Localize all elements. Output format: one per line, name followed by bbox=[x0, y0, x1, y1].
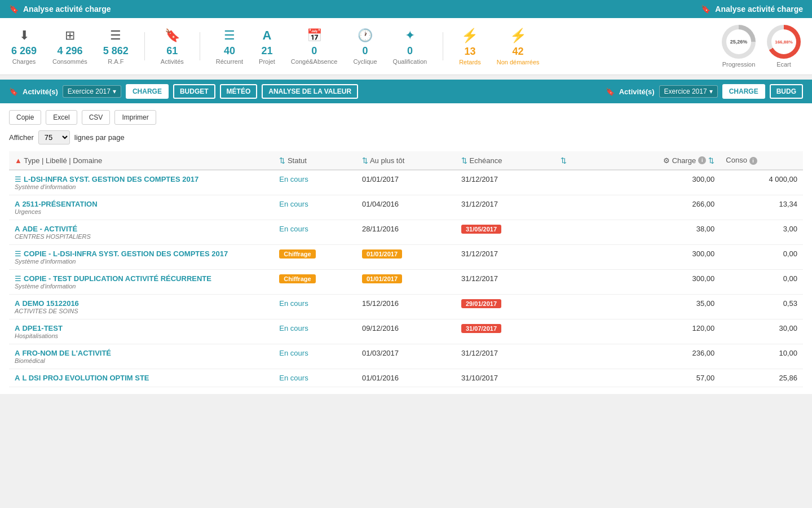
lines-per-page-select[interactable]: 75 25 50 100 bbox=[38, 130, 70, 144]
activity-name-link[interactable]: ADE - ACTIVITÉ bbox=[22, 225, 77, 233]
non-demarrees-value: 42 bbox=[513, 46, 524, 58]
date-au-plus: 28/11/2016 bbox=[362, 225, 399, 233]
status-label: En cours bbox=[279, 225, 308, 233]
exercice-dropdown-right[interactable]: Exercice 2017 ▾ bbox=[659, 85, 718, 98]
th-charge-label: Charge bbox=[672, 156, 696, 165]
tab-bar: 🔖 Activité(s) Exercice 2017 ▾ CHARGE BUD… bbox=[0, 80, 812, 103]
activity-domain: Hospitalisations bbox=[15, 332, 268, 339]
bookmark-stat-icon: 🔖 bbox=[165, 28, 180, 43]
table-row: ☰COPIE - TEST DUPLICATION ACTIVITÉ RÉCUR… bbox=[9, 270, 803, 295]
tab-meteo[interactable]: MÉTÉO bbox=[220, 84, 258, 99]
projet-value: 21 bbox=[261, 45, 272, 57]
projet-icon: A bbox=[263, 28, 272, 43]
stat-non-demarrees[interactable]: ⚡ 42 Non démarrées bbox=[497, 28, 540, 65]
top-bar-title-left: 🔖 Analyse activité charge bbox=[9, 5, 111, 14]
project-type-icon: A bbox=[15, 225, 20, 233]
tab-analyse[interactable]: ANALYSE DE LA VALEUR bbox=[262, 84, 358, 99]
projet-label: Projet bbox=[259, 58, 275, 65]
activity-name-link[interactable]: L DSI PROJ EVOLUTION OPTIM STE bbox=[22, 374, 149, 382]
conso-value: 0,00 bbox=[783, 249, 797, 258]
stat-qualification[interactable]: ✦ 0 Qualification bbox=[393, 28, 427, 65]
qualification-value: 0 bbox=[407, 45, 413, 57]
list-type-icon: ☰ bbox=[15, 175, 21, 183]
stat-conge[interactable]: 📅 0 Congé&Absence bbox=[291, 28, 338, 65]
th-au-plus-tot[interactable]: ⇅ Au plus tôt bbox=[356, 151, 456, 170]
th-charge[interactable]: ⚙ Charge i ⇅ bbox=[621, 151, 720, 170]
stat-activites[interactable]: 🔖 61 Activités bbox=[161, 28, 184, 65]
bookmark-icon-tabbar-right: 🔖 bbox=[606, 87, 615, 96]
stat-charges[interactable]: ⬇ 6 269 Charges bbox=[11, 28, 37, 65]
project-type-icon: A bbox=[15, 324, 20, 332]
activity-name-link[interactable]: DPE1-TEST bbox=[22, 324, 63, 332]
stat-consommes[interactable]: ⊞ 4 296 Consommés bbox=[52, 28, 87, 65]
date-echeance: 31/12/2017 bbox=[461, 349, 498, 357]
tab-charge-right[interactable]: CHARGE bbox=[722, 84, 765, 99]
gauge-progression: 25,26% Progression bbox=[722, 25, 756, 68]
gauge-progression-circle: 25,26% bbox=[722, 25, 756, 59]
status-label: En cours bbox=[279, 349, 308, 357]
table-row: ☰COPIE - L-DSI-INFRA SYST. GESTION DES C… bbox=[9, 245, 803, 270]
excel-button[interactable]: Excel bbox=[46, 110, 77, 125]
date-au-plus: 01/01/2016 bbox=[362, 374, 399, 382]
project-type-icon: A bbox=[15, 374, 20, 382]
chevron-down-icon: ▾ bbox=[113, 87, 116, 95]
tab-charge[interactable]: CHARGE bbox=[126, 84, 169, 99]
date-echeance: 31/10/2017 bbox=[461, 374, 498, 382]
list-type-icon: ☰ bbox=[15, 274, 21, 283]
th-empty[interactable]: ⇅ bbox=[555, 151, 621, 170]
lines-per-page-row: Afficher 75 25 50 100 lignes par page bbox=[9, 130, 803, 144]
conso-value: 30,00 bbox=[779, 324, 797, 332]
activites-value: 61 bbox=[166, 45, 178, 57]
content-area: Copie Excel CSV Imprimer Afficher 75 25 … bbox=[0, 103, 812, 394]
charge-value: 120,00 bbox=[692, 324, 715, 332]
th-echeance[interactable]: ⇅ Echéance bbox=[456, 151, 555, 170]
tab-budget[interactable]: BUDGET bbox=[173, 84, 215, 99]
activity-domain: Système d'information bbox=[15, 183, 268, 190]
gauge-progression-label: Progression bbox=[722, 61, 756, 68]
project-type-icon: A bbox=[15, 299, 20, 308]
activity-name-link[interactable]: FRO-NOM DE L'ACTIVITÉ bbox=[22, 349, 111, 357]
activity-name-link[interactable]: L-DSI-INFRA SYST. GESTION DES COMPTES 20… bbox=[24, 175, 198, 183]
th-type[interactable]: ▲ Type | Libellé | Domaine bbox=[9, 151, 273, 170]
app-title-left: Analyse activité charge bbox=[23, 5, 111, 14]
th-statut[interactable]: ⇅ Statut bbox=[273, 151, 356, 170]
th-conso[interactable]: Conso i bbox=[720, 151, 803, 170]
separator bbox=[0, 75, 812, 80]
charge-value: 300,00 bbox=[692, 274, 715, 283]
activity-name-link[interactable]: COPIE - L-DSI-INFRA SYST. GESTION DES CO… bbox=[24, 249, 228, 258]
gauge-ecart-value: 166,88% bbox=[771, 29, 796, 54]
divider-3 bbox=[443, 32, 443, 60]
lightning-nondemarrees-icon: ⚡ bbox=[510, 28, 527, 43]
tab-bar-title-right: Activité(s) bbox=[619, 87, 655, 96]
tab-budg-right[interactable]: BUDG bbox=[770, 84, 803, 99]
csv-button[interactable]: CSV bbox=[82, 110, 111, 125]
consommes-value: 4 296 bbox=[57, 45, 82, 57]
table-row: AL DSI PROJ EVOLUTION OPTIM STE En cours… bbox=[9, 369, 803, 387]
bookmark-icon-left: 🔖 bbox=[9, 5, 19, 14]
info-icon-conso: i bbox=[749, 157, 757, 165]
stat-projet[interactable]: A 21 Projet bbox=[259, 28, 275, 65]
activity-domain: ACTIVITES DE SOINS bbox=[15, 308, 268, 314]
gauge-ecart-circle: 166,88% bbox=[767, 25, 801, 59]
activity-name-link[interactable]: 2511-PRÉSENTATION bbox=[22, 200, 97, 208]
copie-button[interactable]: Copie bbox=[9, 110, 41, 125]
gear-icon: ⚙ bbox=[663, 156, 670, 165]
status-label: En cours bbox=[279, 175, 308, 183]
stat-retards[interactable]: ⚡ 13 Retards bbox=[459, 28, 481, 65]
activity-name-link[interactable]: COPIE - TEST DUPLICATION ACTIVITÉ RÉCURR… bbox=[24, 274, 211, 283]
conge-value: 0 bbox=[311, 45, 317, 57]
consommes-label: Consommés bbox=[52, 58, 87, 65]
activity-domain: Urgences bbox=[15, 208, 268, 215]
top-bar-title-right: 🔖 Analyse activité charge bbox=[701, 5, 803, 14]
exercice-dropdown[interactable]: Exercice 2017 ▾ bbox=[63, 85, 121, 98]
date-echeance: 31/12/2017 bbox=[461, 200, 498, 208]
charge-value: 300,00 bbox=[692, 249, 715, 258]
activity-domain: Biomédical bbox=[15, 357, 268, 364]
stat-cyclique[interactable]: 🕐 0 Cyclique bbox=[353, 28, 377, 65]
charge-value: 35,00 bbox=[696, 299, 715, 308]
activity-name-link[interactable]: DEMO 15122016 bbox=[22, 299, 78, 308]
imprimer-button[interactable]: Imprimer bbox=[114, 110, 156, 125]
recurrent-label: Récurrent bbox=[216, 58, 243, 65]
stat-raf[interactable]: ☰ 5 862 R.A.F bbox=[103, 28, 129, 65]
stat-recurrent[interactable]: ☰ 40 Récurrent bbox=[216, 28, 243, 65]
